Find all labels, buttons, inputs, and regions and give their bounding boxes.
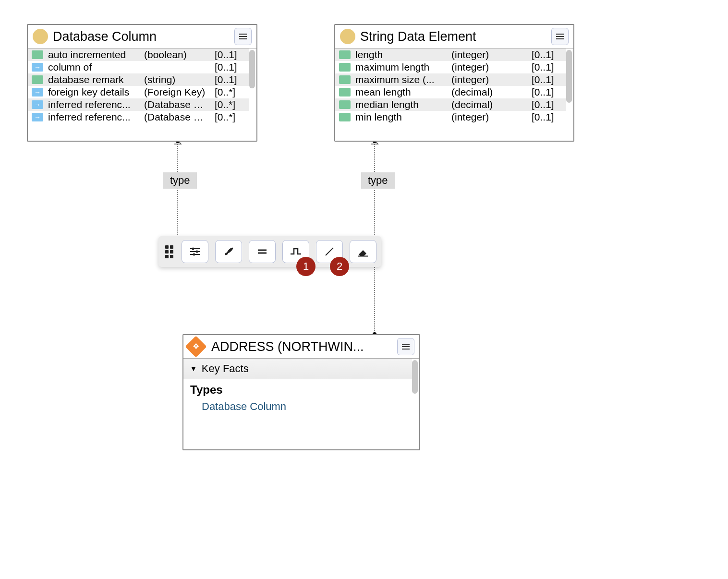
- drag-grip-icon[interactable]: [163, 245, 175, 258]
- node-menu-button[interactable]: [234, 28, 252, 45]
- attribute-cardinality: [0..*]: [215, 86, 245, 98]
- attribute-name: inferred referenc...: [48, 111, 139, 123]
- callout-badge: 2: [330, 257, 349, 276]
- attribute-name: maximum length: [355, 61, 447, 73]
- attribute-row[interactable]: →inferred referenc...(Database Colu...[0…: [28, 98, 249, 111]
- attribute-name: maximum size (...: [355, 74, 447, 85]
- attribute-icon: [32, 50, 43, 59]
- reference-icon: →: [32, 113, 43, 121]
- attribute-type: (integer): [451, 74, 527, 85]
- attribute-cardinality: [0..1]: [532, 49, 562, 60]
- reference-icon: →: [32, 63, 43, 72]
- attribute-list: length(integer)[0..1]maximum length(inte…: [335, 48, 566, 123]
- attribute-icon: [339, 100, 351, 109]
- class-icon: [340, 29, 355, 44]
- settings-button[interactable]: [182, 240, 208, 263]
- scrollbar[interactable]: [249, 50, 255, 122]
- equals-icon: [257, 248, 267, 255]
- context-toolbar[interactable]: 1 2: [158, 236, 381, 267]
- attribute-row[interactable]: auto incremented(boolean)[0..1]: [28, 48, 249, 61]
- attribute-cardinality: [0..1]: [532, 86, 562, 98]
- attribute-cardinality: [0..1]: [215, 49, 245, 60]
- attribute-row[interactable]: min length(integer)[0..1]: [335, 111, 566, 123]
- type-link[interactable]: Database Column: [183, 397, 412, 419]
- attribute-row[interactable]: length(integer)[0..1]: [335, 48, 566, 61]
- attribute-type: (Database Colu...: [144, 111, 210, 123]
- attribute-row[interactable]: mean length(decimal)[0..1]: [335, 86, 566, 98]
- attribute-cardinality: [0..1]: [215, 74, 245, 85]
- key-facts-header[interactable]: ▼ Key Facts: [183, 359, 412, 379]
- attribute-cardinality: [0..1]: [532, 111, 562, 123]
- edge-label: type: [361, 172, 395, 189]
- scrollbar[interactable]: [566, 50, 572, 122]
- eraser-icon: [357, 246, 369, 257]
- scrollbar[interactable]: [412, 360, 418, 417]
- attribute-row[interactable]: →inferred referenc...(Database Colu...[0…: [28, 111, 249, 123]
- reference-icon: →: [32, 100, 43, 109]
- attribute-cardinality: [0..*]: [215, 111, 245, 123]
- node-database-column[interactable]: Database Column auto incremented(boolean…: [27, 24, 257, 142]
- straight-link-button[interactable]: 2: [316, 240, 343, 263]
- hamburger-icon: [556, 33, 564, 40]
- attribute-name: mean length: [355, 86, 447, 98]
- attribute-name: column of: [48, 61, 139, 73]
- node-menu-button[interactable]: [397, 338, 414, 355]
- attribute-cardinality: [0..1]: [532, 61, 562, 73]
- attribute-row[interactable]: maximum size (...(integer)[0..1]: [335, 73, 566, 86]
- attribute-type: (boolean): [144, 49, 210, 60]
- svg-line-21: [326, 248, 333, 255]
- callout-badge: 1: [296, 257, 315, 276]
- attribute-type: (integer): [451, 111, 527, 123]
- class-icon: [33, 29, 48, 44]
- attribute-name: length: [355, 49, 447, 60]
- attribute-cardinality: [0..1]: [532, 74, 562, 85]
- node-string-data-element[interactable]: String Data Element length(integer)[0..1…: [334, 24, 574, 142]
- node-title: String Data Element: [360, 29, 546, 44]
- attribute-row[interactable]: →foreign key details(Foreign Key)[0..*]: [28, 86, 249, 98]
- attribute-row[interactable]: database remark(string)[0..1]: [28, 73, 249, 86]
- svg-point-18: [193, 253, 195, 256]
- attribute-type: (integer): [451, 49, 527, 60]
- style-button[interactable]: [215, 240, 242, 263]
- attribute-icon: [32, 75, 43, 84]
- node-title: Database Column: [53, 29, 230, 44]
- brush-icon: [223, 246, 234, 257]
- sliders-icon: [189, 247, 201, 256]
- attribute-type: (decimal): [451, 86, 527, 98]
- attribute-type: (decimal): [451, 99, 527, 110]
- element-icon: ❖: [185, 336, 206, 357]
- section-title: Key Facts: [202, 362, 249, 375]
- attribute-row[interactable]: →column of[0..1]: [28, 61, 249, 73]
- svg-point-14: [192, 248, 194, 250]
- edge-label: type: [163, 172, 197, 189]
- orthogonal-link-button[interactable]: 1: [282, 240, 309, 263]
- step-line-icon: [290, 247, 302, 256]
- attribute-icon: [339, 113, 351, 121]
- attribute-row[interactable]: maximum length(integer)[0..1]: [335, 61, 566, 73]
- erase-button[interactable]: [350, 240, 376, 263]
- attribute-name: database remark: [48, 74, 139, 85]
- attribute-name: foreign key details: [48, 86, 139, 98]
- attribute-type: (integer): [451, 61, 527, 73]
- equals-button[interactable]: [249, 240, 276, 263]
- attribute-icon: [339, 88, 351, 96]
- hamburger-icon: [401, 343, 410, 350]
- attribute-list: auto incremented(boolean)[0..1]→column o…: [28, 48, 249, 123]
- caret-down-icon: ▼: [190, 365, 197, 373]
- attribute-row[interactable]: median length(decimal)[0..1]: [335, 98, 566, 111]
- node-address[interactable]: ❖ ADDRESS (NORTHWIN... ▼ Key Facts Types…: [182, 334, 420, 450]
- attribute-name: inferred referenc...: [48, 99, 139, 110]
- attribute-name: min length: [355, 111, 447, 123]
- node-menu-button[interactable]: [551, 28, 569, 45]
- diagonal-line-icon: [324, 246, 335, 257]
- reference-icon: →: [32, 88, 43, 96]
- attribute-type: (string): [144, 74, 210, 85]
- node-title: ADDRESS (NORTHWIN...: [211, 339, 392, 354]
- hamburger-icon: [239, 33, 247, 40]
- attribute-icon: [339, 63, 351, 72]
- attribute-name: auto incremented: [48, 49, 139, 60]
- attribute-name: median length: [355, 99, 447, 110]
- types-heading: Types: [183, 379, 412, 397]
- attribute-type: (Database Colu...: [144, 99, 210, 110]
- attribute-cardinality: [0..1]: [215, 61, 245, 73]
